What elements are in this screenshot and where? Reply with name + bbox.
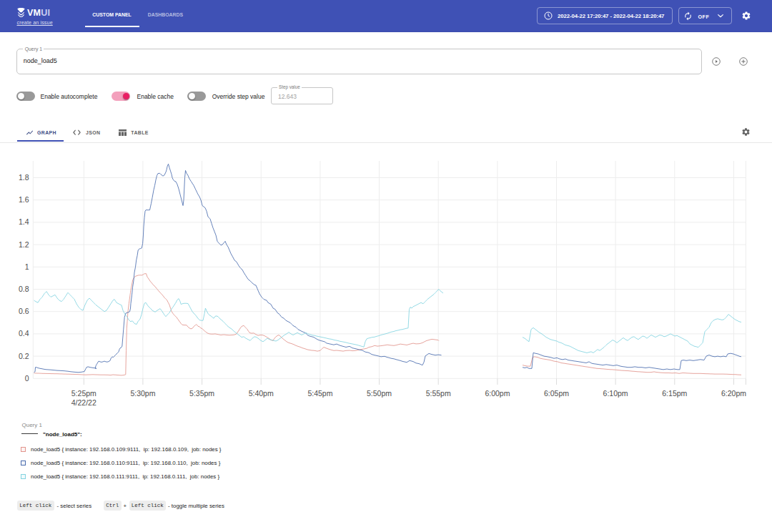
svg-text:1.6: 1.6	[19, 195, 29, 204]
svg-text:6:10pm: 6:10pm	[603, 389, 628, 398]
svg-text:5:55pm: 5:55pm	[426, 389, 451, 398]
svg-text:5:50pm: 5:50pm	[367, 389, 392, 398]
svg-text:6:20pm: 6:20pm	[721, 389, 746, 398]
svg-text:1.2: 1.2	[19, 240, 29, 249]
svg-text:0.2: 0.2	[19, 352, 29, 360]
svg-text:5:25pm: 5:25pm	[71, 389, 96, 398]
svg-text:0: 0	[25, 374, 29, 383]
svg-text:6:15pm: 6:15pm	[662, 389, 687, 398]
svg-text:5:30pm: 5:30pm	[130, 389, 155, 398]
svg-text:1.8: 1.8	[19, 173, 29, 182]
svg-text:6:00pm: 6:00pm	[485, 389, 510, 398]
svg-text:5:40pm: 5:40pm	[249, 389, 274, 398]
svg-text:6:05pm: 6:05pm	[544, 389, 569, 398]
svg-text:5:45pm: 5:45pm	[307, 389, 332, 398]
svg-text:4/22/22: 4/22/22	[71, 398, 96, 407]
svg-text:0.8: 0.8	[19, 285, 29, 293]
svg-text:1: 1	[25, 262, 29, 271]
svg-text:0.6: 0.6	[19, 307, 29, 315]
svg-text:5:35pm: 5:35pm	[189, 389, 214, 398]
svg-text:1.4: 1.4	[19, 217, 29, 226]
svg-text:0.4: 0.4	[19, 329, 29, 338]
